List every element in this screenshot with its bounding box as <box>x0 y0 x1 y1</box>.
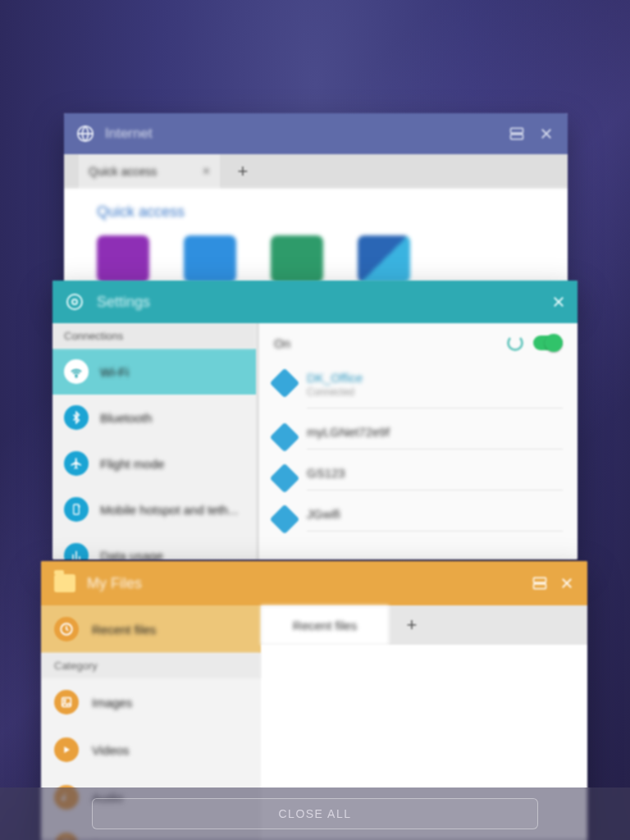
sidebar-item-label: Wi-Fi <box>100 365 129 379</box>
quick-tile[interactable] <box>97 235 149 283</box>
sidebar-item-label: Videos <box>92 743 130 757</box>
recent-app-settings[interactable]: Settings Connections Wi-Fi Bluetooth <box>52 281 578 559</box>
svg-rect-7 <box>534 578 546 582</box>
split-view-icon[interactable] <box>532 575 548 591</box>
close-icon[interactable] <box>536 124 556 144</box>
wifi-icon <box>270 368 300 399</box>
files-tab[interactable]: Recent files <box>261 605 389 645</box>
sidebar-item-flight-mode[interactable]: Flight mode <box>52 441 256 486</box>
files-title: My Files <box>87 575 142 592</box>
wifi-toggle[interactable] <box>533 336 563 350</box>
image-icon <box>54 690 79 714</box>
svg-point-5 <box>75 376 77 377</box>
network-ssid: GS123 <box>307 466 563 480</box>
sidebar-item-videos[interactable]: Videos <box>41 726 261 774</box>
wifi-icon <box>270 504 300 535</box>
sidebar-item-bluetooth[interactable]: Bluetooth <box>52 395 256 441</box>
close-icon[interactable] <box>559 576 574 591</box>
network-status: Connected <box>307 386 563 398</box>
gear-icon <box>64 291 85 313</box>
settings-titlebar: Settings <box>52 281 578 323</box>
tab-close-icon[interactable]: × <box>203 164 210 179</box>
sidebar-item-label: Data usage <box>100 549 163 560</box>
wifi-network-row[interactable]: DK_Office Connected <box>259 363 578 417</box>
network-ssid: myLGNet72e9f <box>307 425 563 439</box>
wifi-network-row[interactable]: GS123 <box>259 458 578 499</box>
split-view-icon[interactable] <box>507 124 527 144</box>
settings-title: Settings <box>97 294 150 311</box>
settings-sidebar: Connections Wi-Fi Bluetooth Flight mode <box>52 323 259 559</box>
video-icon <box>54 737 79 762</box>
sidebar-item-label: Flight mode <box>100 457 164 471</box>
section-header: Category <box>41 653 261 678</box>
close-all-button[interactable]: CLOSE ALL <box>92 798 538 829</box>
quick-tile[interactable] <box>184 235 236 283</box>
clock-icon <box>54 617 79 641</box>
recent-app-internet[interactable]: Internet Quick access × + Quick access <box>64 113 568 302</box>
sidebar-item-label: Mobile hotspot and teth... <box>100 503 238 517</box>
settings-main: On DK_Office Connected myLGNet72e9f GS12… <box>259 323 578 559</box>
page-heading: Quick access <box>97 203 535 221</box>
sidebar-item-label: Recent files <box>92 623 156 637</box>
tab-label: Quick access <box>89 165 157 178</box>
wifi-network-row[interactable]: myLGNet72e9f <box>259 417 578 458</box>
wifi-status-row: On <box>259 323 578 363</box>
wifi-icon <box>64 359 89 384</box>
browser-tab[interactable]: Quick access × <box>79 154 220 189</box>
recents-bottombar: CLOSE ALL <box>0 788 630 840</box>
wifi-status-label: On <box>274 336 290 350</box>
wifi-icon <box>270 463 300 494</box>
close-icon[interactable] <box>551 294 566 309</box>
quick-tile[interactable] <box>358 235 410 283</box>
network-ssid: DK_Office <box>307 371 563 385</box>
bluetooth-icon <box>64 405 89 430</box>
wifi-network-row[interactable]: JGwifi <box>259 499 578 540</box>
globe-icon <box>75 124 95 144</box>
new-tab-button[interactable]: + <box>220 154 266 189</box>
hotspot-icon <box>64 497 89 522</box>
folder-icon <box>54 574 75 592</box>
svg-rect-1 <box>511 128 523 133</box>
internet-title: Internet <box>105 126 153 142</box>
svg-point-11 <box>64 700 66 701</box>
airplane-icon <box>64 451 89 476</box>
quick-tile[interactable] <box>271 235 323 283</box>
data-usage-icon <box>64 543 89 559</box>
sidebar-item-label: Bluetooth <box>100 411 152 425</box>
sidebar-item-label: Images <box>92 696 132 710</box>
new-tab-button[interactable]: + <box>389 605 435 645</box>
wifi-icon <box>270 422 300 453</box>
internet-titlebar: Internet <box>64 113 568 154</box>
sidebar-item-hotspot[interactable]: Mobile hotspot and teth... <box>52 486 256 532</box>
svg-rect-8 <box>534 584 546 589</box>
sidebar-item-wifi[interactable]: Wi-Fi <box>52 349 256 395</box>
section-header: Connections <box>52 323 256 349</box>
files-tabs: Recent files + <box>261 605 587 645</box>
sidebar-item-recent-files[interactable]: Recent files <box>41 605 261 653</box>
sidebar-item-data-usage[interactable]: Data usage <box>52 532 256 559</box>
svg-point-3 <box>72 299 77 304</box>
svg-rect-2 <box>511 135 523 139</box>
refresh-icon[interactable] <box>507 335 523 351</box>
files-titlebar: My Files <box>41 561 587 605</box>
svg-point-4 <box>67 294 82 309</box>
browser-tabs: Quick access × + <box>64 154 568 189</box>
network-ssid: JGwifi <box>307 507 563 521</box>
sidebar-item-images[interactable]: Images <box>41 678 261 726</box>
